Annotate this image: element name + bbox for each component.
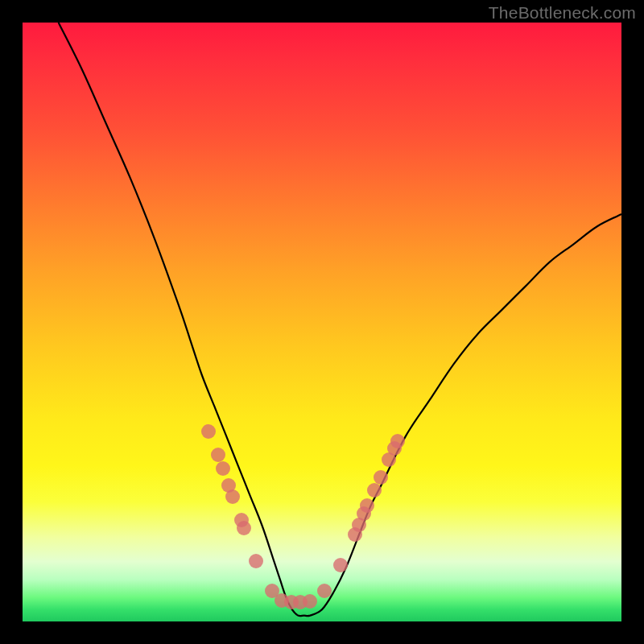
chart-frame: TheBottleneck.com — [0, 0, 644, 644]
marker-dot — [216, 461, 230, 476]
marker-dot — [225, 489, 240, 504]
marker-dot — [333, 558, 348, 572]
marker-dot — [201, 424, 216, 439]
marker-dot — [303, 594, 317, 609]
watermark-text: TheBottleneck.com — [489, 3, 636, 23]
marker-dot — [249, 554, 263, 568]
bottleneck-curve-svg — [23, 23, 621, 621]
marker-dot — [367, 483, 382, 497]
marker-dot — [317, 584, 332, 598]
marker-dot — [211, 448, 225, 462]
bottleneck-curve-path — [59, 23, 621, 616]
chart-plot-area — [23, 23, 621, 621]
marker-dot — [360, 498, 374, 513]
marker-dot — [237, 521, 251, 535]
marker-dot — [390, 434, 405, 448]
marker-dot — [374, 470, 388, 485]
